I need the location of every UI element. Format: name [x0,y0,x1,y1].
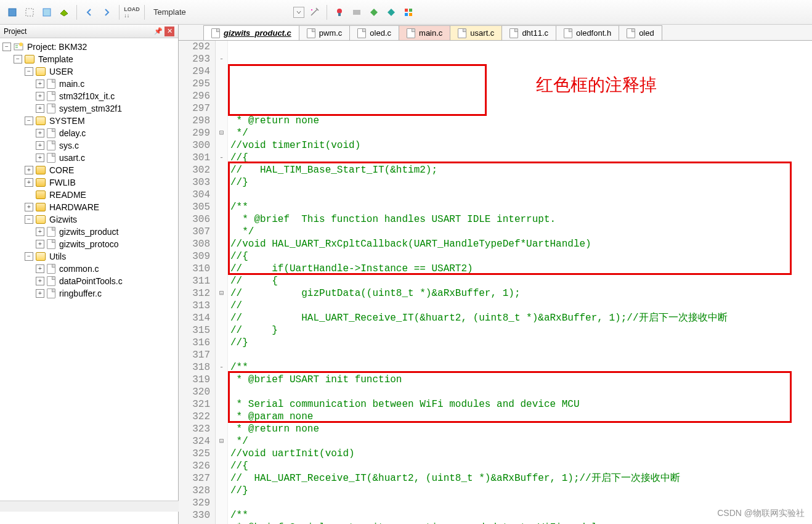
expand-icon[interactable]: + [36,129,44,137]
pin-icon[interactable]: 📌 [153,27,163,36]
code-line[interactable]: // [230,300,812,312]
code-line[interactable]: /** [230,361,812,374]
code-line[interactable]: //} [230,485,812,497]
expand-icon[interactable]: + [36,80,44,88]
toolbar-dropdown[interactable] [293,7,304,18]
code-line[interactable]: // HAL_TIM_Base_Start_IT(&htim2); [230,164,812,176]
tree-folder-readme[interactable]: README [0,189,178,201]
tree-file[interactable]: +gizwits_product [0,226,178,238]
code-line[interactable]: // { [230,275,812,287]
code-line[interactable]: // HAL_UART_Receive_IT(&huart2, (uint8_t… [230,312,812,324]
tree-root[interactable]: −Project: BKM32 [0,41,178,53]
tree-file[interactable]: +common.c [0,263,178,275]
tree-file[interactable]: +dataPointTools.c [0,275,178,287]
editor-tab[interactable]: oled [619,25,662,40]
expand-icon[interactable]: + [36,264,44,273]
toolbar-wand-icon[interactable] [307,5,322,20]
tree-file[interactable]: +delay.c [0,127,178,139]
tree-file[interactable]: +main.c [0,78,178,90]
expand-icon[interactable]: + [36,104,44,113]
code-line[interactable]: //void uartInit(void) [230,448,812,460]
toolbar-multi-icon[interactable] [401,5,416,20]
code-line[interactable]: //{ [230,152,812,164]
tree-file[interactable]: +gizwits_protoco [0,238,178,250]
code-line[interactable] [230,349,812,361]
expand-icon[interactable]: + [25,178,33,187]
editor-tab[interactable]: oled.c [349,25,399,40]
toolbar-green-diamond-icon[interactable] [367,5,381,20]
code-line[interactable]: // } [230,324,812,337]
toolbar-btn-load[interactable]: LOAD↓↓ [124,5,139,20]
code-line[interactable]: * @param none [230,411,812,423]
horizontal-scrollbar[interactable] [0,501,179,512]
code-line[interactable]: * @brief Serial port write operation, se… [230,522,812,524]
editor-tab[interactable]: usart.c [450,25,502,40]
code-line[interactable]: */ [230,127,812,139]
collapse-icon[interactable]: − [14,55,22,63]
tree-file[interactable]: +system_stm32f1 [0,102,178,115]
editor-tab[interactable]: dht11.c [501,25,556,40]
collapse-icon[interactable]: − [25,252,33,261]
editor-tab[interactable]: pwm.c [299,25,351,40]
collapse-icon[interactable]: − [25,117,33,125]
code-line[interactable]: /** [230,201,812,213]
code-content[interactable]: 红色框的注释掉 * @return none *///void timerIni… [228,41,812,524]
editor-tab[interactable]: main.c [399,25,450,40]
code-line[interactable]: //{ [230,460,812,472]
toolbar-btn-4[interactable] [57,5,71,20]
code-line[interactable] [230,386,812,398]
tree-folder-gizwits[interactable]: −Gizwits [0,213,178,226]
toolbar-btn-2[interactable] [22,5,37,20]
toolbar-gray-icon[interactable] [349,5,364,20]
tree-folder-core[interactable]: +CORE [0,164,178,176]
code-line[interactable]: */ [230,226,812,238]
toolbar-btn-3[interactable] [39,5,54,20]
code-line[interactable]: * @return none [230,115,812,127]
code-editor[interactable]: 2922932942952962972982993003013023033043… [179,41,812,524]
toolbar-red-icon[interactable] [332,5,347,20]
toolbar-btn-1[interactable] [5,5,20,20]
code-line[interactable]: * @brief This function handles USART IDL… [230,213,812,226]
expand-icon[interactable]: + [36,289,44,298]
code-line[interactable]: * @brief USART init function [230,374,812,386]
editor-tab[interactable]: gizwits_product.c [203,25,299,40]
toolbar-btn-prev[interactable] [82,5,97,20]
tree-file[interactable]: +ringbuffer.c [0,287,178,300]
code-line[interactable]: //void timerInit(void) [230,139,812,152]
collapse-icon[interactable]: − [25,67,33,76]
editor-tab[interactable]: oledfont.h [556,25,619,40]
expand-icon[interactable]: + [36,154,44,162]
tree-folder-fwlib[interactable]: +FWLIB [0,176,178,189]
tree-template[interactable]: −Template [0,53,178,65]
toolbar-btn-next[interactable] [99,5,114,20]
tree-file[interactable]: +usart.c [0,152,178,164]
fold-gutter[interactable]: -⊟-⊟-⊟ [216,41,228,524]
expand-icon[interactable]: + [36,277,44,285]
expand-icon[interactable]: + [36,141,44,150]
code-line[interactable]: * @return none [230,423,812,435]
code-line[interactable]: * Serial communication between WiFi modu… [230,398,812,411]
toolbar-teal-diamond-icon[interactable] [384,5,399,20]
code-line[interactable] [230,189,812,201]
code-line[interactable] [230,497,812,509]
expand-icon[interactable]: + [36,227,44,236]
code-line[interactable]: // gizPutData((uint8_t *)&aRxBuffer, 1); [230,287,812,300]
tree-folder-utils[interactable]: −Utils [0,250,178,263]
expand-icon[interactable]: + [25,203,33,211]
code-line[interactable]: //{ [230,250,812,263]
code-line[interactable]: //} [230,176,812,189]
collapse-icon[interactable]: − [25,215,33,224]
close-icon[interactable]: ✕ [164,27,174,36]
code-line[interactable]: // HAL_UART_Receive_IT(&huart2, (uint8_t… [230,472,812,485]
tree-folder-hardware[interactable]: +HARDWARE [0,201,178,213]
expand-icon[interactable]: + [36,240,44,248]
code-line[interactable]: //} [230,337,812,349]
tree-file[interactable]: +stm32f10x_it.c [0,90,178,102]
code-line[interactable]: //void HAL_UART_RxCpltCallback(UART_Hand… [230,238,812,250]
code-line[interactable]: // if(UartHandle->Instance == USART2) [230,263,812,275]
tree-file[interactable]: +sys.c [0,139,178,152]
expand-icon[interactable]: + [36,92,44,100]
expand-icon[interactable]: + [25,166,33,174]
code-line[interactable]: */ [230,435,812,448]
collapse-icon[interactable]: − [2,43,11,51]
